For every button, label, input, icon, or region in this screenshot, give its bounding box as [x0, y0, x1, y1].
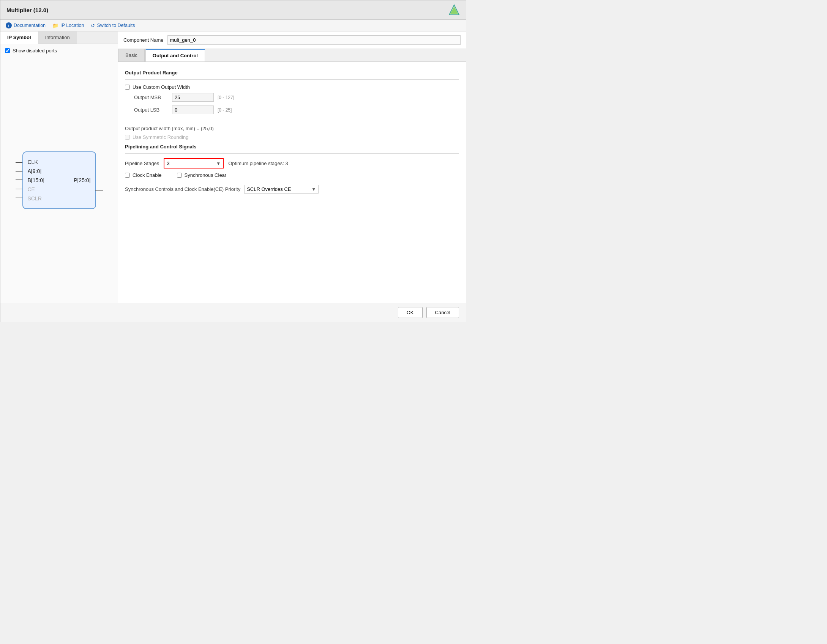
component-name-row: Component Name [118, 31, 466, 49]
cancel-button[interactable]: Cancel [426, 307, 459, 318]
tab-basic[interactable]: Basic [118, 49, 145, 61]
ip-location-label: IP Location [60, 23, 84, 28]
tab-information[interactable]: Information [38, 31, 77, 44]
symbol-area: CLK A[9:0] B[15:0] P[25:0] CE [0, 57, 118, 303]
refresh-icon: ↺ [91, 23, 95, 28]
component-name-input[interactable] [167, 35, 461, 45]
output-lsb-input[interactable] [172, 105, 214, 114]
show-disabled-ports-label: Show disabled ports [13, 48, 57, 54]
port-a: A[9:0] [23, 167, 95, 176]
use-custom-output-checkbox[interactable] [125, 85, 130, 90]
tab-content: Output Product Range Use Custom Output W… [118, 62, 466, 201]
ok-button[interactable]: OK [398, 307, 423, 318]
use-symmetric-rounding-row: Use Symmetric Rounding [125, 134, 459, 140]
output-lsb-hint: [0 - 25] [218, 107, 232, 113]
use-symmetric-rounding-label: Use Symmetric Rounding [133, 134, 188, 140]
optimum-text: Optimum pipeline stages: 3 [228, 161, 288, 166]
right-tabs-bar: Basic Output and Control [118, 49, 466, 62]
footer: OK Cancel [0, 303, 466, 322]
switch-to-defaults-label: Switch to Defaults [97, 23, 135, 28]
tab-ip-symbol[interactable]: IP Symbol [0, 31, 38, 44]
clock-enable-checkbox[interactable] [125, 173, 130, 178]
port-b: B[15:0] P[25:0] [23, 176, 95, 185]
priority-chevron-icon: ▼ [309, 187, 318, 192]
documentation-button[interactable]: i Documentation [6, 22, 46, 28]
documentation-label: Documentation [14, 23, 46, 28]
component-name-label: Component Name [123, 37, 164, 43]
clock-enable-label: Clock Enable [133, 172, 162, 178]
port-sclr: SCLR [23, 194, 95, 203]
clock-enable-row: Clock Enable [125, 172, 162, 178]
pipeline-stages-select[interactable]: 3 0 1 2 4 5 6 [164, 159, 214, 168]
title-bar: Multiplier (12.0) [0, 0, 466, 20]
output-info-text: Output product width (max, min) = (25,0) [125, 126, 459, 131]
synchronous-clear-checkbox[interactable] [177, 173, 182, 178]
output-product-range-title: Output Product Range [125, 70, 459, 76]
main-content: IP Symbol Information Show disabled port… [0, 31, 466, 303]
priority-select[interactable]: SCLR Overrides CE CE Overrides SCLR [245, 185, 309, 193]
port-clk: CLK [23, 157, 95, 167]
output-msb-input[interactable] [172, 93, 214, 102]
output-lsb-label: Output LSB [134, 107, 168, 113]
priority-row: Synchronous Controls and Clock Enable(CE… [125, 185, 459, 194]
window-title: Multiplier (12.0) [6, 7, 48, 13]
output-msb-row: Output MSB [0 - 127] [125, 93, 459, 102]
synchronous-clear-row: Synchronous Clear [177, 172, 227, 178]
pipelining-section: Pipelining and Control Signals Pipeline … [125, 144, 459, 194]
toolbar: i Documentation 📁 IP Location ↺ Switch t… [0, 20, 466, 31]
folder-icon: 📁 [52, 23, 58, 28]
ip-location-button[interactable]: 📁 IP Location [52, 23, 84, 28]
show-disabled-ports-checkbox[interactable] [5, 48, 10, 53]
use-symmetric-rounding-checkbox [125, 135, 130, 140]
tab-output-control[interactable]: Output and Control [145, 49, 205, 61]
synchronous-clear-label: Synchronous Clear [185, 172, 227, 178]
pipeline-stages-row: Pipeline Stages 3 0 1 2 4 5 6 ▼ [125, 158, 459, 168]
priority-label: Synchronous Controls and Clock Enable(CE… [125, 186, 240, 192]
control-signals-row: Clock Enable Synchronous Clear [125, 172, 459, 181]
right-panel: Component Name Basic Output and Control … [118, 31, 466, 303]
pipeline-stages-label: Pipeline Stages [125, 161, 159, 166]
app-logo-icon [448, 4, 460, 16]
use-custom-output-row: Use Custom Output Width [125, 84, 459, 90]
use-custom-output-label: Use Custom Output Width [133, 84, 190, 90]
pipeline-stages-select-wrap: 3 0 1 2 4 5 6 ▼ [164, 158, 224, 168]
output-product-range-section: Output Product Range Use Custom Output W… [125, 70, 459, 114]
output-msb-label: Output MSB [134, 94, 168, 100]
info-icon: i [6, 22, 12, 28]
priority-select-wrap: SCLR Overrides CE CE Overrides SCLR ▼ [244, 185, 319, 194]
show-disabled-ports-row: Show disabled ports [0, 44, 118, 57]
output-msb-hint: [0 - 127] [218, 95, 234, 100]
pipelining-title: Pipelining and Control Signals [125, 144, 459, 150]
switch-to-defaults-button[interactable]: ↺ Switch to Defaults [91, 23, 135, 28]
ip-symbol-box: CLK A[9:0] B[15:0] P[25:0] CE [22, 151, 96, 209]
left-tabs-bar: IP Symbol Information [0, 31, 118, 44]
output-lsb-row: Output LSB [0 - 25] [125, 105, 459, 114]
port-ce: CE [23, 185, 95, 194]
pipeline-stages-chevron-icon: ▼ [214, 161, 223, 166]
main-window: Multiplier (12.0) i Documentation 📁 IP L… [0, 0, 466, 322]
left-panel: IP Symbol Information Show disabled port… [0, 31, 118, 303]
